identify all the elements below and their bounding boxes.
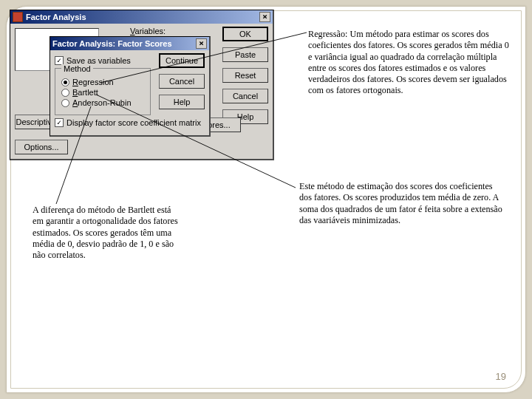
window-title: Factor Analysis xyxy=(26,13,86,21)
left-paragraph: A diferença do método de Bartlett está e… xyxy=(33,205,180,261)
anderson-rubin-radio[interactable]: Anderson-Rubin xyxy=(61,98,144,107)
factor-scores-dialog: Factor Analysis: Factor Scores × ✓ Save … xyxy=(50,36,211,137)
title-bar: Factor Analysis × xyxy=(10,10,273,24)
bartlett-radio[interactable]: Bartlett xyxy=(61,88,144,97)
radio-icon xyxy=(61,99,69,107)
close-icon[interactable]: × xyxy=(196,38,207,49)
app-icon xyxy=(13,12,23,22)
right-paragraph-1: Regressão: Um método para estimar os sco… xyxy=(308,29,515,97)
display-coeff-checkbox[interactable]: ✓ Display factor score coefficient matri… xyxy=(55,118,205,127)
dialog-title: Factor Analysis: Factor Scores xyxy=(52,39,172,48)
variables-label: Variables: xyxy=(130,27,166,35)
cancel-button[interactable]: Cancel xyxy=(159,74,205,89)
slide-frame: Factor Analysis × Variables: OK Paste Re… xyxy=(6,6,526,393)
checkbox-icon: ✓ xyxy=(55,118,64,127)
screenshot-area: Factor Analysis × Variables: OK Paste Re… xyxy=(7,7,287,169)
page-number: 19 xyxy=(496,371,506,382)
radio-label: Regression xyxy=(72,78,114,86)
paste-button[interactable]: Paste xyxy=(222,47,268,62)
checkbox-label: Display factor score coefficient matrix xyxy=(66,118,201,127)
radio-icon xyxy=(61,89,69,97)
title-bar: Factor Analysis: Factor Scores × xyxy=(50,37,209,50)
cancel-button[interactable]: Cancel xyxy=(222,89,268,103)
radio-label: Bartlett xyxy=(72,88,98,97)
continue-button[interactable]: Continue xyxy=(159,53,205,68)
right-paragraph-2: Este método de estimação dos scores dos … xyxy=(299,181,506,226)
ok-button[interactable]: OK xyxy=(222,27,268,41)
group-legend: Method xyxy=(61,64,93,73)
radio-label: Anderson-Rubin xyxy=(72,98,132,107)
radio-icon xyxy=(61,78,69,86)
regression-radio[interactable]: Regression xyxy=(61,78,144,86)
method-group: Method Regression Bartlett Anderson-Rubi… xyxy=(55,68,151,115)
close-icon[interactable]: × xyxy=(259,12,270,22)
options-button[interactable]: Options... xyxy=(15,140,68,154)
reset-button[interactable]: Reset xyxy=(222,68,268,83)
help-button[interactable]: Help xyxy=(159,95,205,109)
